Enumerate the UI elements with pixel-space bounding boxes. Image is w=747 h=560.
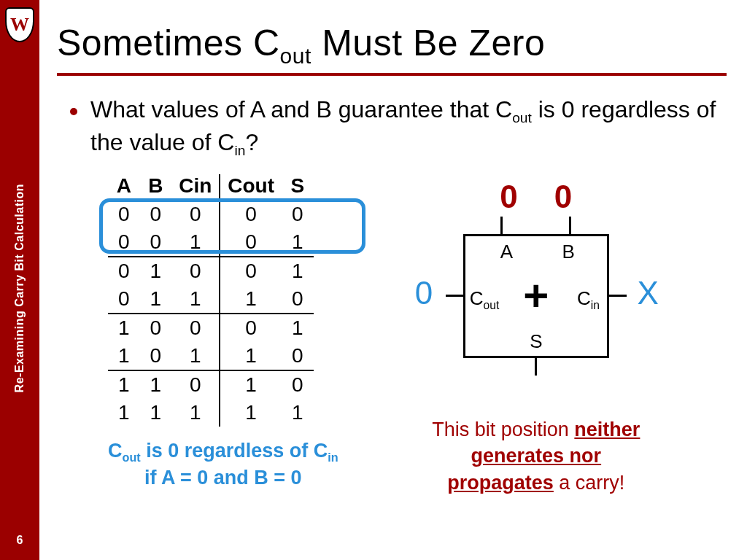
port-Cin: Cin [577,287,600,312]
table-cell: 1 [108,314,140,342]
adder-box: + A B Cout Cin S [463,234,609,358]
title-sub: out [280,44,311,68]
table-cell: 1 [140,285,172,314]
col-Cout: Cout [220,174,282,200]
table-cell: 1 [220,399,282,427]
table-cell: 1 [140,399,172,427]
slide-title: Sometimes Cout Must Be Zero [57,22,727,76]
table-cell: 1 [108,370,140,399]
table-row: 11010 [108,370,314,399]
carry-note: This bit position neither generates nor … [432,416,640,496]
col-A: A [108,174,140,200]
val-Cout: 0 [415,275,433,311]
bn-3: if A = 0 and B = 0 [144,467,302,489]
val-B: 0 [554,179,572,215]
table-cell: 1 [108,342,140,370]
wire-A [500,217,503,234]
table-cell: 0 [171,314,220,342]
port-Cin-sub: in [591,299,600,311]
university-crest-icon: W [5,7,34,42]
table-cell: 1 [282,399,314,427]
bn-1: C [108,440,123,462]
slide-content: Sometimes Cout Must Be Zero What values … [39,0,747,560]
sidebar: W Re-Examining Carry Bit Calculation 6 [0,0,39,560]
bullet-frag-1: What values of A and B guarantee that C [90,96,512,122]
wire-B [569,217,571,234]
port-S: S [530,330,542,353]
table-cell: 0 [282,342,314,370]
title-pre: Sometimes C [57,23,280,63]
table-cell: 0 [140,342,172,370]
table-cell: 1 [140,257,172,285]
port-Cin-c: C [577,287,591,309]
table-cell: 0 [220,314,282,342]
truth-header-row: A B Cin Cout S [108,174,314,200]
plus-icon: + [523,274,549,318]
adder-diagram: 0 0 0 X + A B Cout Cin S [405,179,667,397]
table-cell: 0 [220,257,282,285]
table-row: 01001 [108,257,314,285]
val-Cin: X [637,275,658,311]
bullet-item: What values of A and B guarantee that Co… [57,95,727,161]
table-row: 11111 [108,399,314,427]
port-B: B [562,241,574,263]
table-cell: 0 [140,314,172,342]
bn-2s: in [328,451,338,464]
table-row: 01110 [108,285,314,314]
table-row: 10001 [108,314,314,342]
content-row: A B Cin Cout S 0000000101010010111010001… [57,174,727,496]
bn-2: is 0 regardless of C [141,440,328,462]
col-Cin: Cin [171,174,220,200]
section-label: Re-Examining Carry Bit Calculation [13,42,26,534]
diagram-column: 0 0 0 X + A B Cout Cin S [346,174,727,496]
table-cell: 0 [282,285,314,314]
bullet-sub-1: out [512,110,532,125]
table-cell: 1 [171,285,220,314]
cn-1: This bit position [432,419,574,440]
bn-1s: out [123,451,141,464]
col-B: B [140,174,172,200]
table-cell: 1 [140,370,172,399]
page-number: 6 [17,534,23,560]
table-cell: 0 [171,257,220,285]
cn-2: a carry! [554,472,625,494]
bullet-frag-3: ? [245,129,258,155]
table-cell: 0 [282,370,314,399]
wire-Cin [609,295,627,297]
table-cell: 1 [220,342,282,370]
crest-letter: W [10,14,29,36]
table-cell: 0 [108,285,140,314]
highlight-box [99,198,365,254]
table-row: 10110 [108,342,314,370]
bullet-dot-icon [70,108,77,115]
table-cell: 1 [220,285,282,314]
port-A: A [500,241,513,263]
truth-table-column: A B Cin Cout S 0000000101010010111010001… [108,174,338,491]
input-values: 0 0 [405,179,667,215]
col-S: S [282,174,314,200]
table-cell: 0 [108,257,140,285]
table-cell: 1 [220,370,282,399]
port-Cout-c: C [470,287,484,309]
wire-S [535,358,537,376]
section-label-text: Re-Examining Carry Bit Calculation [13,184,26,392]
table-cell: 1 [171,342,220,370]
table-cell: 1 [282,257,314,285]
title-post: Must Be Zero [311,23,546,63]
table-cell: 0 [171,370,220,399]
wire-Cout [446,295,463,297]
cn-u3: propagates [447,472,554,494]
table-cell: 1 [282,314,314,342]
port-Cout-sub: out [484,299,500,311]
bottom-note: Cout is 0 regardless of Cin if A = 0 and… [108,438,338,491]
table-cell: 1 [171,399,220,427]
bullet-text: What values of A and B guarantee that Co… [90,95,727,161]
bullet-sub-2: in [234,144,245,159]
port-Cout: Cout [470,287,499,312]
cn-u1: neither [574,419,640,440]
table-cell: 1 [108,399,140,427]
cn-u2: generates nor [471,445,602,467]
val-A: 0 [500,179,517,215]
